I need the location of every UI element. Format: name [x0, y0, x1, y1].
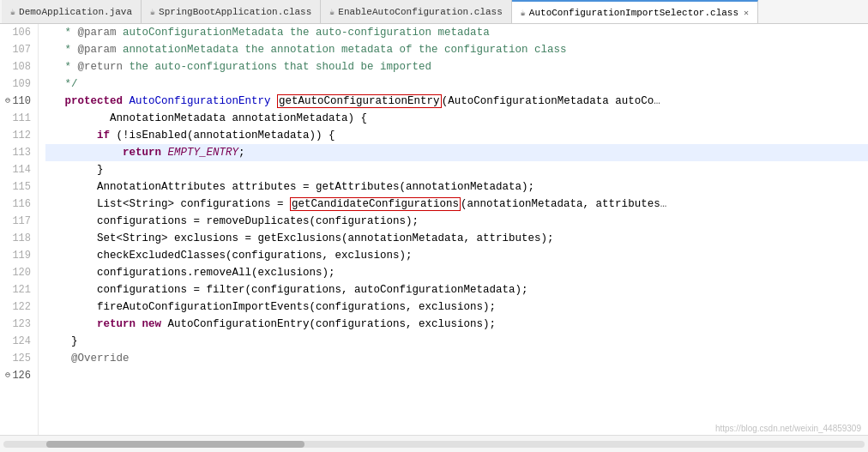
code-line-113: return EMPTY_ENTRY;	[45, 144, 868, 161]
line-num-115: 115	[7, 178, 31, 196]
line-num-118: 118	[7, 230, 31, 247]
code-line-120: configurations.removeAll(exclusions);	[45, 264, 868, 281]
code-line-121: configurations = filter(configurations, …	[45, 281, 868, 298]
editor: 106 107 108 109 110 111 112 113 114 115 …	[0, 24, 868, 435]
line-num-109: 109	[7, 75, 31, 93]
line-num-121: 121	[7, 281, 31, 298]
code-line-106: * @param autoConfigurationMetadata the a…	[45, 24, 868, 41]
java-icon: ☕	[521, 8, 526, 18]
code-line-109: */	[45, 75, 868, 93]
code-line-107: * @param annotationMetadata the annotati…	[45, 41, 868, 58]
line-num-114: 114	[7, 161, 31, 178]
line-num-106: 106	[7, 24, 31, 41]
close-icon[interactable]: ✕	[744, 8, 749, 18]
code-line-126: @Override	[45, 350, 868, 367]
code-line-117: configurations = removeDuplicates(config…	[45, 213, 868, 230]
code-line-118: Set<String> exclusions = getExclusions(a…	[45, 230, 868, 247]
line-num-124: 124	[7, 333, 31, 350]
line-num-117: 117	[7, 213, 31, 230]
tab-label: DemoApplication.java	[19, 7, 132, 17]
line-num-113: 113	[7, 144, 31, 161]
scrollbar-area[interactable]	[0, 435, 868, 452]
line-num-112: 112	[7, 127, 31, 144]
line-num-111: 111	[7, 110, 31, 127]
scroll-thumb[interactable]	[46, 441, 304, 448]
code-line-116: List<String> configurations = getCandida…	[45, 196, 868, 213]
tab-label: EnableAutoConfiguration.class	[338, 7, 502, 17]
line-num-122: 122	[7, 298, 31, 316]
tab-label: AutoConfigurationImportSelector.class	[529, 8, 738, 18]
tab-autoconfiguration-importselector[interactable]: ☕ AutoConfigurationImportSelector.class …	[512, 0, 758, 23]
code-line-115: AnnotationAttributes attributes = getAtt…	[45, 178, 868, 196]
java-icon: ☕	[150, 7, 155, 17]
code-line-108: * @return the auto-configurations that s…	[45, 58, 868, 75]
watermark: https://blog.csdn.net/weixin_44859309	[715, 424, 861, 433]
java-icon: ☕	[329, 7, 335, 17]
code-line-110: protected AutoConfigurationEntry getAuto…	[45, 93, 868, 110]
code-line-114: }	[45, 161, 868, 178]
line-numbers: 106 107 108 109 110 111 112 113 114 115 …	[0, 24, 39, 435]
code-line-124: }	[45, 333, 868, 350]
line-num-120: 120	[7, 264, 31, 281]
line-num-107: 107	[7, 41, 31, 58]
tab-enable-autoconfiguration[interactable]: ☕ EnableAutoConfiguration.class	[321, 0, 511, 23]
code-line-112: if (!isEnabled(annotationMetadata)) {	[45, 127, 868, 144]
line-num-116: 116	[7, 196, 31, 213]
line-num-119: 119	[7, 247, 31, 264]
tab-label: SpringBootApplication.class	[159, 7, 311, 17]
code-line-111: AnnotationMetadata annotationMetadata) {	[45, 110, 868, 127]
tab-springboot-application[interactable]: ☕ SpringBootApplication.class	[142, 0, 321, 23]
line-num-125: 125	[7, 350, 31, 367]
java-icon: ☕	[10, 7, 15, 17]
line-num-108: 108	[7, 58, 31, 75]
code-content: * @param autoConfigurationMetadata the a…	[39, 24, 868, 435]
scroll-track[interactable]	[3, 441, 865, 448]
line-num-110: 110	[7, 93, 31, 110]
code-line-119: checkExcludedClasses(configurations, exc…	[45, 247, 868, 264]
line-num-126: 126	[7, 367, 31, 384]
code-line-123: return new AutoConfigurationEntry(config…	[45, 316, 868, 333]
line-num-123: 123	[7, 316, 31, 333]
tab-demo-application[interactable]: ☕ DemoApplication.java	[2, 0, 142, 23]
code-line-122: fireAutoConfigurationImportEvents(config…	[45, 298, 868, 316]
tab-bar: ☕ DemoApplication.java ☕ SpringBootAppli…	[0, 0, 868, 24]
